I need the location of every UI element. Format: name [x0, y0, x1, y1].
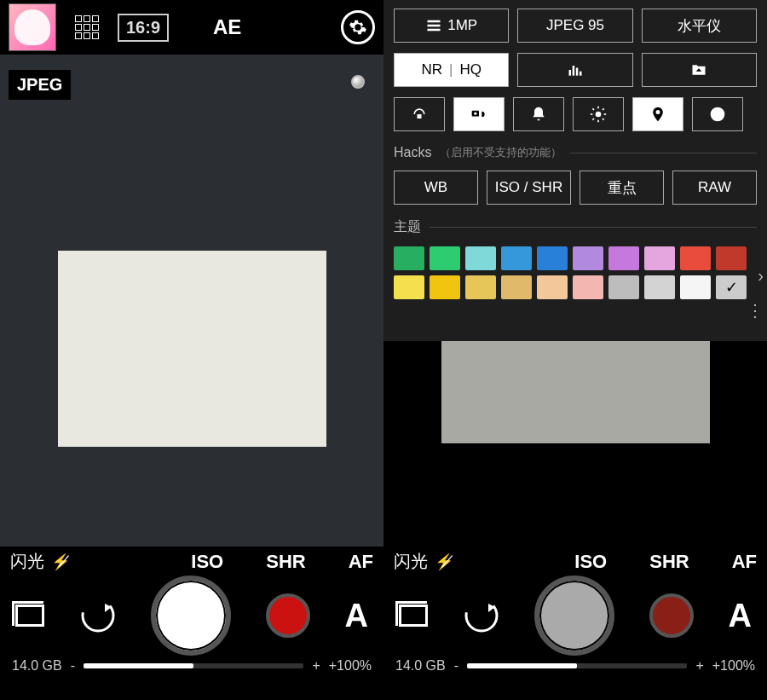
histogram-button[interactable]	[517, 53, 632, 87]
hacks-subtitle: （启用不受支持的功能）	[440, 145, 562, 160]
theme-swatch[interactable]	[644, 246, 675, 270]
display-mode-icon[interactable]	[399, 605, 428, 627]
zoom-label[interactable]: +100%	[329, 658, 372, 674]
exposure-slider[interactable]	[467, 663, 687, 668]
format-badge: JPEG	[9, 70, 71, 100]
theme-swatch[interactable]	[465, 246, 496, 270]
theme-swatch[interactable]	[573, 275, 603, 299]
shutter-sound-button[interactable]	[453, 97, 505, 131]
svg-rect-7	[576, 68, 579, 76]
hq-label: HQ	[459, 61, 482, 78]
focus-hack-button[interactable]: 重点	[580, 171, 664, 205]
theme-swatch[interactable]	[430, 246, 460, 270]
raw-hack-button[interactable]: RAW	[672, 171, 757, 205]
grid-icon[interactable]	[75, 15, 99, 39]
resolution-label: 1MP	[447, 17, 477, 34]
iso-shr-hack-button[interactable]: ISO / SHR	[487, 171, 571, 205]
theme-swatch[interactable]	[394, 246, 424, 270]
af-button[interactable]: AF	[732, 551, 757, 573]
ois-button[interactable]	[394, 97, 445, 131]
theme-swatch[interactable]	[644, 275, 675, 299]
storage-label: 14.0 GB	[395, 658, 446, 674]
orientation-icon[interactable]	[463, 597, 500, 634]
iso-button[interactable]: ISO	[191, 551, 223, 573]
flash-label[interactable]: 闪光	[394, 550, 428, 573]
svg-rect-5	[568, 70, 571, 76]
theme-swatch[interactable]	[573, 246, 603, 270]
theme-swatch[interactable]	[501, 246, 532, 270]
af-button[interactable]: AF	[349, 551, 373, 573]
nr-hq-button[interactable]: NR | HQ	[394, 53, 509, 87]
slider-minus[interactable]: -	[71, 658, 75, 674]
level-button[interactable]: 水平仪	[642, 9, 757, 43]
brightness-button[interactable]	[573, 97, 624, 131]
theme-swatch[interactable]	[537, 275, 568, 299]
more-icon[interactable]: ⋮	[747, 300, 764, 321]
shr-button[interactable]: SHR	[649, 551, 689, 573]
flash-off-icon[interactable]: ⚡̸	[51, 552, 70, 571]
record-button[interactable]	[266, 593, 310, 638]
svg-rect-3	[428, 25, 441, 27]
theme-swatch[interactable]	[608, 246, 639, 270]
slider-plus[interactable]: +	[695, 658, 703, 674]
chevron-right-icon[interactable]: ›	[758, 266, 764, 286]
svg-rect-4	[428, 29, 441, 32]
svg-point-23	[466, 600, 497, 631]
auto-mode-button[interactable]: A	[345, 598, 368, 634]
nr-label: NR	[421, 61, 442, 78]
shutter-button[interactable]	[151, 576, 231, 656]
svg-point-12	[596, 112, 602, 118]
preview-frame	[58, 251, 326, 447]
svg-rect-8	[580, 72, 582, 76]
theme-swatch[interactable]	[680, 246, 711, 270]
display-mode-icon[interactable]	[15, 605, 44, 627]
quality-button[interactable]: JPEG 95	[517, 9, 632, 43]
rotation-lock-button[interactable]	[692, 97, 743, 131]
preview-frame-right	[441, 341, 710, 443]
settings-gear-icon[interactable]	[341, 10, 375, 44]
resolution-button[interactable]: 1MP	[394, 9, 509, 43]
storage-label: 14.0 GB	[12, 658, 62, 674]
svg-line-18	[603, 119, 604, 120]
slider-plus[interactable]: +	[312, 658, 320, 674]
svg-rect-2	[428, 20, 441, 23]
shutter-button[interactable]	[534, 576, 614, 656]
metering-indicator-icon[interactable]	[351, 75, 365, 89]
theme-swatch[interactable]	[465, 275, 496, 299]
theme-title: 主题	[394, 218, 421, 236]
gallery-thumbnail[interactable]	[9, 3, 56, 51]
auto-mode-button[interactable]: A	[729, 598, 752, 634]
theme-swatch[interactable]	[680, 275, 711, 299]
slider-minus[interactable]: -	[454, 658, 458, 674]
save-location-button[interactable]	[642, 53, 757, 87]
theme-swatch-selected[interactable]: ✓	[716, 275, 747, 299]
theme-swatch[interactable]	[716, 246, 747, 270]
theme-swatch[interactable]	[608, 275, 639, 299]
theme-swatches: ✓	[394, 246, 757, 299]
camera-viewport[interactable]: JPEG	[0, 55, 384, 547]
zoom-label[interactable]: +100%	[712, 658, 755, 674]
location-button[interactable]	[632, 97, 683, 131]
hacks-title: Hacks	[394, 145, 431, 160]
notification-button[interactable]	[513, 97, 564, 131]
svg-line-19	[592, 119, 594, 120]
shr-button[interactable]: SHR	[266, 551, 305, 573]
exposure-slider[interactable]	[84, 663, 303, 668]
ae-button[interactable]: AE	[213, 15, 241, 39]
flash-off-icon[interactable]: ⚡̸	[435, 552, 453, 571]
iso-button[interactable]: ISO	[574, 551, 607, 573]
svg-line-17	[592, 108, 594, 110]
settings-panel: 1MP JPEG 95 水平仪 NR | HQ	[384, 0, 767, 341]
theme-swatch[interactable]	[537, 246, 568, 270]
record-button[interactable]	[649, 593, 694, 638]
camera-viewport-right[interactable]	[384, 341, 767, 547]
wb-hack-button[interactable]: WB	[394, 171, 478, 205]
theme-swatch[interactable]	[430, 275, 460, 299]
theme-swatch[interactable]	[501, 275, 532, 299]
svg-point-11	[474, 113, 476, 115]
aspect-ratio-button[interactable]: 16:9	[118, 14, 169, 42]
theme-swatch[interactable]	[394, 275, 424, 299]
svg-rect-22	[716, 113, 720, 117]
orientation-icon[interactable]	[79, 597, 117, 634]
flash-label[interactable]: 闪光	[10, 550, 44, 573]
